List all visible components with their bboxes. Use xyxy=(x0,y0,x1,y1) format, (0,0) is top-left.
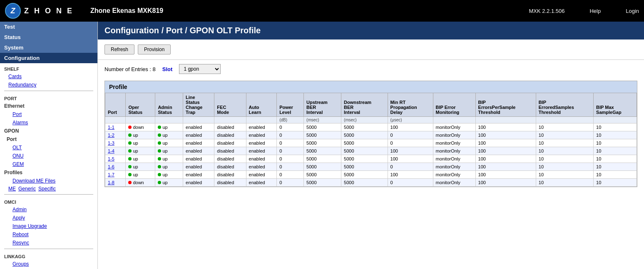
cell-fec: disabled xyxy=(214,139,246,147)
cell-oper: down xyxy=(126,123,155,131)
refresh-button[interactable]: Refresh xyxy=(104,44,134,54)
oper-status-dot xyxy=(128,173,132,176)
sidebar-item-configuration[interactable]: Configuration xyxy=(0,53,97,63)
cell-up-ber: 5000 xyxy=(304,179,341,187)
cell-fec: disabled xyxy=(214,171,246,179)
cell-bip-eps: 100 xyxy=(475,155,536,163)
unit-bip-es xyxy=(536,117,593,123)
port-link[interactable]: 1-2 xyxy=(108,133,114,138)
cell-auto: enabled xyxy=(246,179,277,187)
cell-up-ber: 5000 xyxy=(304,139,341,147)
port-link[interactable]: 1-4 xyxy=(108,148,114,153)
oper-status-dot xyxy=(128,133,132,137)
cell-down-ber: 5000 xyxy=(341,147,388,155)
col-bip-max: BIP MaxSampleGap xyxy=(594,93,637,117)
table-row: 1-1 down up enabled disabled enabled 0 5… xyxy=(105,123,637,131)
sidebar-link-specific[interactable]: Specific xyxy=(38,186,56,192)
cell-auto: enabled xyxy=(246,171,277,179)
help-link[interactable]: Help xyxy=(589,8,601,14)
sidebar-divider-3 xyxy=(4,249,93,249)
sidebar-link-olt[interactable]: OLT xyxy=(0,143,97,152)
port-link[interactable]: 1-7 xyxy=(108,172,114,177)
sidebar-link-download-me[interactable]: Download ME Files xyxy=(0,177,97,185)
logo-icon: Z xyxy=(5,3,21,19)
cell-port[interactable]: 1-1 xyxy=(105,123,126,131)
cell-fec: disabled xyxy=(214,123,246,131)
cell-bip-es: 10 xyxy=(536,147,593,155)
col-admin-status: AdminStatus xyxy=(155,93,183,117)
cell-bip-es: 10 xyxy=(536,179,593,187)
sidebar-link-gem[interactable]: GEM xyxy=(0,160,97,168)
profile-section: Profile Port OperStatus AdminStatus Line… xyxy=(104,81,637,187)
toolbar: Refresh Provision xyxy=(98,39,644,60)
sidebar-item-status[interactable]: Status xyxy=(0,32,97,42)
brand-name: Z H O N E xyxy=(24,7,74,15)
cell-port[interactable]: 1-6 xyxy=(105,163,126,171)
page-title: Configuration / Port / GPON OLT Profile xyxy=(98,22,644,39)
login-link[interactable]: Login xyxy=(626,8,639,14)
col-oper-status: OperStatus xyxy=(126,93,155,117)
port-link[interactable]: 1-6 xyxy=(108,164,114,169)
sidebar-item-system[interactable]: System xyxy=(0,42,97,53)
sidebar-link-me[interactable]: ME xyxy=(8,186,16,192)
profile-table: Port OperStatus AdminStatus LineStatusCh… xyxy=(105,93,637,187)
cell-oper: up xyxy=(126,139,155,147)
sidebar-link-redundancy-shelf[interactable]: Redundancy xyxy=(0,81,97,89)
cell-auto: enabled xyxy=(246,123,277,131)
sidebar-link-onu[interactable]: ONU xyxy=(0,152,97,160)
info-row: Number of Entries : 8 Slot 1 gpon xyxy=(98,60,644,78)
col-bip-error: BIP ErrorMonitoring xyxy=(433,93,475,117)
cell-port[interactable]: 1-4 xyxy=(105,147,126,155)
provision-button[interactable]: Provision xyxy=(138,44,171,54)
port-link[interactable]: 1-1 xyxy=(108,125,114,130)
admin-status-dot xyxy=(158,165,161,168)
sidebar-link-generic[interactable]: Generic xyxy=(18,186,36,192)
cell-power: 0 xyxy=(277,147,304,155)
cell-fec: disabled xyxy=(214,147,246,155)
port-link[interactable]: 1-8 xyxy=(108,180,114,185)
col-downstream-ber: DownstreamBERInterval xyxy=(341,93,388,117)
cell-port[interactable]: 1-8 xyxy=(105,179,126,187)
port-link[interactable]: 1-3 xyxy=(108,141,114,146)
cell-admin: up xyxy=(155,147,183,155)
cell-min-rt: 100 xyxy=(388,155,433,163)
unit-auto xyxy=(246,117,277,123)
sidebar-link-reboot[interactable]: Reboot xyxy=(0,230,97,239)
cell-oper: down xyxy=(126,179,155,187)
cell-port[interactable]: 1-7 xyxy=(105,171,126,179)
cell-bip-mon: monitorOnly xyxy=(433,123,475,131)
cell-line: enabled xyxy=(183,179,214,187)
slot-select[interactable]: 1 gpon xyxy=(179,64,221,74)
sidebar-link-apply[interactable]: Apply xyxy=(0,214,97,222)
omci-section-label: OMCI xyxy=(0,196,97,205)
sidebar-link-groups[interactable]: Groups xyxy=(0,260,97,268)
cell-bip-eps: 100 xyxy=(475,179,536,187)
cell-port[interactable]: 1-2 xyxy=(105,131,126,139)
cell-port[interactable]: 1-5 xyxy=(105,155,126,163)
sidebar-divider-2 xyxy=(4,194,93,195)
sidebar-link-resync[interactable]: Resync xyxy=(0,239,97,247)
sidebar-link-admin[interactable]: Admin xyxy=(0,205,97,214)
cell-bip-max: 10 xyxy=(594,131,637,139)
cell-bip-max: 10 xyxy=(594,139,637,147)
cell-down-ber: 5000 xyxy=(341,139,388,147)
sidebar-link-image-upgrade[interactable]: Image Upgrade xyxy=(0,222,97,230)
admin-status-dot xyxy=(158,157,161,160)
sidebar-link-alarms[interactable]: Alarms xyxy=(0,118,97,127)
sidebar-link-cards[interactable]: Cards xyxy=(0,72,97,81)
sidebar-link-port-ethernet[interactable]: Port xyxy=(0,110,97,118)
cell-min-rt: 100 xyxy=(388,123,433,131)
sidebar-item-test[interactable]: Test xyxy=(0,22,97,32)
unit-bip-mon xyxy=(433,117,475,123)
unit-bip-max xyxy=(594,117,637,123)
admin-status-dot xyxy=(158,181,161,184)
cell-port[interactable]: 1-3 xyxy=(105,139,126,147)
cell-line: enabled xyxy=(183,139,214,147)
cell-bip-es: 10 xyxy=(536,163,593,171)
port-link[interactable]: 1-5 xyxy=(108,156,114,161)
unit-power: (dB) xyxy=(277,117,304,123)
cell-bip-max: 10 xyxy=(594,147,637,155)
cell-line: enabled xyxy=(183,131,214,139)
cell-auto: enabled xyxy=(246,131,277,139)
cell-up-ber: 5000 xyxy=(304,147,341,155)
